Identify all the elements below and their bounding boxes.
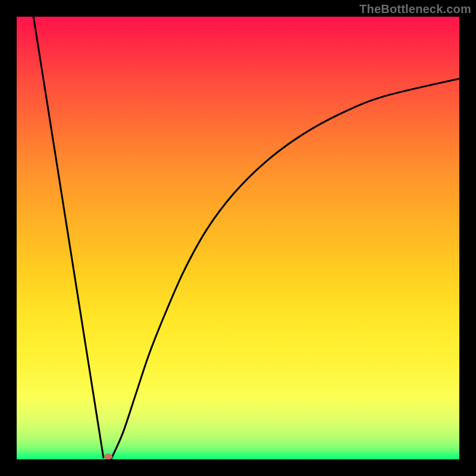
plot-frame (17, 17, 459, 459)
source-link[interactable]: TheBottleneck.com (359, 2, 471, 16)
plot-svg (17, 17, 459, 459)
curve-left-branch (33, 17, 104, 458)
curve-right-branch (111, 79, 459, 459)
optimum-marker (104, 454, 112, 459)
